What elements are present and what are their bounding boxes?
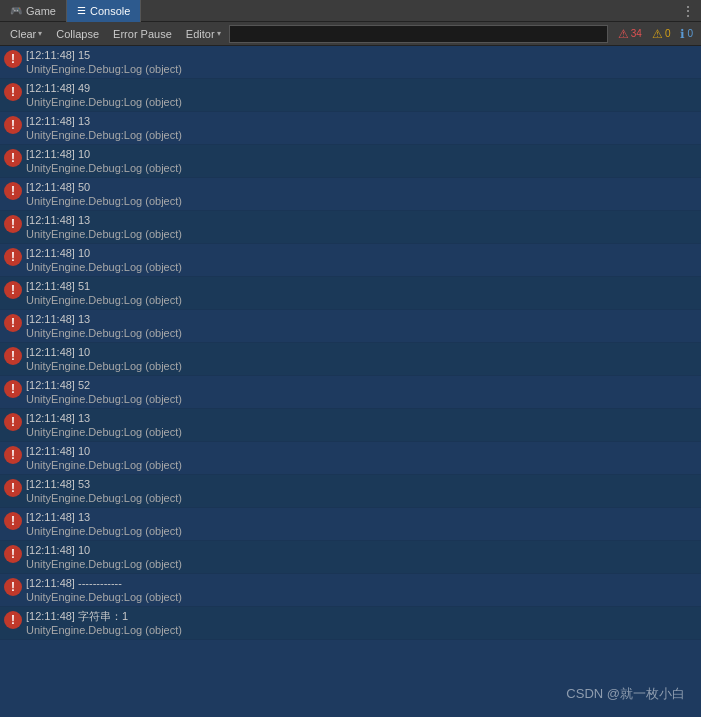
log-line1: [12:11:48] 15 — [26, 48, 182, 62]
log-line2: UnityEngine.Debug:Log (object) — [26, 524, 182, 538]
log-text: [12:11:48] 53UnityEngine.Debug:Log (obje… — [26, 477, 182, 505]
log-line1: [12:11:48] 49 — [26, 81, 182, 95]
editor-label: Editor — [186, 28, 215, 40]
log-line2: UnityEngine.Debug:Log (object) — [26, 62, 182, 76]
log-entry[interactable]: ![12:11:48] 49UnityEngine.Debug:Log (obj… — [0, 79, 701, 112]
log-text: [12:11:48] 10UnityEngine.Debug:Log (obje… — [26, 444, 182, 472]
log-line2: UnityEngine.Debug:Log (object) — [26, 227, 182, 241]
tab-menu-icon[interactable]: ⋮ — [681, 3, 701, 19]
log-text: [12:11:48] 15UnityEngine.Debug:Log (obje… — [26, 48, 182, 76]
clear-dropdown-icon: ▾ — [38, 29, 42, 38]
warn-badge[interactable]: ⚠ 0 — [648, 26, 675, 42]
search-input[interactable] — [229, 25, 608, 43]
error-icon: ⚠ — [618, 27, 629, 41]
collapse-button[interactable]: Collapse — [50, 26, 105, 42]
tab-game-label: Game — [26, 5, 56, 17]
log-text: [12:11:48] 52UnityEngine.Debug:Log (obje… — [26, 378, 182, 406]
log-text: [12:11:48] 10UnityEngine.Debug:Log (obje… — [26, 147, 182, 175]
log-entry[interactable]: ![12:11:48] 15UnityEngine.Debug:Log (obj… — [0, 46, 701, 79]
log-text: [12:11:48] 13UnityEngine.Debug:Log (obje… — [26, 411, 182, 439]
log-line1: [12:11:48] 13 — [26, 510, 182, 524]
log-entry[interactable]: ![12:11:48] 51UnityEngine.Debug:Log (obj… — [0, 277, 701, 310]
console-icon: ☰ — [77, 5, 86, 16]
editor-dropdown-icon: ▾ — [217, 29, 221, 38]
log-entry[interactable]: ![12:11:48] 10UnityEngine.Debug:Log (obj… — [0, 244, 701, 277]
log-error-icon: ! — [4, 83, 22, 101]
log-list[interactable]: ![12:11:48] 15UnityEngine.Debug:Log (obj… — [0, 46, 701, 717]
clear-label: Clear — [10, 28, 36, 40]
log-line1: [12:11:48] 13 — [26, 114, 182, 128]
log-text: [12:11:48] 50UnityEngine.Debug:Log (obje… — [26, 180, 182, 208]
warn-icon: ⚠ — [652, 27, 663, 41]
log-entry[interactable]: ![12:11:48] 50UnityEngine.Debug:Log (obj… — [0, 178, 701, 211]
log-line2: UnityEngine.Debug:Log (object) — [26, 425, 182, 439]
clear-button[interactable]: Clear ▾ — [4, 26, 48, 42]
log-line2: UnityEngine.Debug:Log (object) — [26, 95, 182, 109]
log-entry[interactable]: ![12:11:48] 13UnityEngine.Debug:Log (obj… — [0, 508, 701, 541]
log-entry[interactable]: ![12:11:48] 13UnityEngine.Debug:Log (obj… — [0, 409, 701, 442]
log-error-icon: ! — [4, 149, 22, 167]
error-pause-label: Error Pause — [113, 28, 172, 40]
tab-game[interactable]: 🎮 Game — [0, 0, 67, 22]
log-line1: [12:11:48] 51 — [26, 279, 182, 293]
log-entry[interactable]: ![12:11:48] 13UnityEngine.Debug:Log (obj… — [0, 211, 701, 244]
log-entry[interactable]: ![12:11:48] ------------UnityEngine.Debu… — [0, 574, 701, 607]
info-count: 0 — [687, 28, 693, 39]
log-error-icon: ! — [4, 50, 22, 68]
log-line2: UnityEngine.Debug:Log (object) — [26, 194, 182, 208]
log-entry[interactable]: ![12:11:48] 10UnityEngine.Debug:Log (obj… — [0, 541, 701, 574]
editor-button[interactable]: Editor ▾ — [180, 26, 227, 42]
log-error-icon: ! — [4, 182, 22, 200]
log-error-icon: ! — [4, 281, 22, 299]
badge-group: ⚠ 34 ⚠ 0 ℹ 0 — [614, 26, 697, 42]
toolbar: Clear ▾ Collapse Error Pause Editor ▾ ⚠ … — [0, 22, 701, 46]
info-badge[interactable]: ℹ 0 — [676, 26, 697, 42]
log-text: [12:11:48] 10UnityEngine.Debug:Log (obje… — [26, 543, 182, 571]
log-line2: UnityEngine.Debug:Log (object) — [26, 392, 182, 406]
tab-console[interactable]: ☰ Console — [67, 0, 141, 22]
log-entry[interactable]: ![12:11:48] 10UnityEngine.Debug:Log (obj… — [0, 442, 701, 475]
log-entry[interactable]: ![12:11:48] 10UnityEngine.Debug:Log (obj… — [0, 145, 701, 178]
log-text: [12:11:48] 51UnityEngine.Debug:Log (obje… — [26, 279, 182, 307]
log-text: [12:11:48] 13UnityEngine.Debug:Log (obje… — [26, 312, 182, 340]
log-line2: UnityEngine.Debug:Log (object) — [26, 161, 182, 175]
log-entry[interactable]: ![12:11:48] 10UnityEngine.Debug:Log (obj… — [0, 343, 701, 376]
log-entry[interactable]: ![12:11:48] 53UnityEngine.Debug:Log (obj… — [0, 475, 701, 508]
error-count: 34 — [631, 28, 642, 39]
log-line2: UnityEngine.Debug:Log (object) — [26, 623, 182, 637]
info-icon: ℹ — [680, 27, 685, 41]
log-error-icon: ! — [4, 380, 22, 398]
error-pause-button[interactable]: Error Pause — [107, 26, 178, 42]
log-error-icon: ! — [4, 578, 22, 596]
log-text: [12:11:48] ------------UnityEngine.Debug… — [26, 576, 182, 604]
log-line1: [12:11:48] 52 — [26, 378, 182, 392]
game-icon: 🎮 — [10, 5, 22, 16]
log-line1: [12:11:48] 10 — [26, 543, 182, 557]
log-error-icon: ! — [4, 446, 22, 464]
log-line2: UnityEngine.Debug:Log (object) — [26, 260, 182, 274]
log-error-icon: ! — [4, 215, 22, 233]
log-entry[interactable]: ![12:11:48] 13UnityEngine.Debug:Log (obj… — [0, 310, 701, 343]
log-line1: [12:11:48] 10 — [26, 147, 182, 161]
log-line1: [12:11:48] ------------ — [26, 576, 182, 590]
log-line2: UnityEngine.Debug:Log (object) — [26, 128, 182, 142]
log-error-icon: ! — [4, 545, 22, 563]
log-text: [12:11:48] 字符串：1UnityEngine.Debug:Log (o… — [26, 609, 182, 637]
log-error-icon: ! — [4, 413, 22, 431]
log-line1: [12:11:48] 10 — [26, 345, 182, 359]
error-badge[interactable]: ⚠ 34 — [614, 26, 646, 42]
tab-console-label: Console — [90, 5, 130, 17]
log-text: [12:11:48] 13UnityEngine.Debug:Log (obje… — [26, 114, 182, 142]
log-entry[interactable]: ![12:11:48] 13UnityEngine.Debug:Log (obj… — [0, 112, 701, 145]
log-entry[interactable]: ![12:11:48] 52UnityEngine.Debug:Log (obj… — [0, 376, 701, 409]
log-area: ![12:11:48] 15UnityEngine.Debug:Log (obj… — [0, 46, 701, 717]
log-line1: [12:11:48] 13 — [26, 411, 182, 425]
log-text: [12:11:48] 13UnityEngine.Debug:Log (obje… — [26, 213, 182, 241]
warn-count: 0 — [665, 28, 671, 39]
log-error-icon: ! — [4, 512, 22, 530]
log-line1: [12:11:48] 53 — [26, 477, 182, 491]
log-line1: [12:11:48] 10 — [26, 444, 182, 458]
log-line1: [12:11:48] 10 — [26, 246, 182, 260]
log-entry[interactable]: ![12:11:48] 字符串：1UnityEngine.Debug:Log (… — [0, 607, 701, 640]
log-text: [12:11:48] 49UnityEngine.Debug:Log (obje… — [26, 81, 182, 109]
